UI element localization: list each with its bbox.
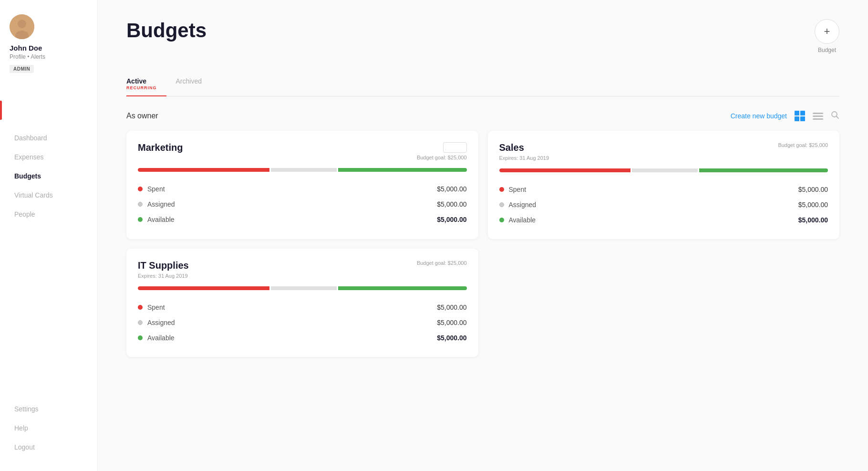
available-value-it-supplies: $5,000.00: [437, 334, 466, 342]
budget-row-spent-sales: Spent $5,000.00: [499, 182, 828, 197]
card-header-sales: Sales Expires: 31 Aug 2019 Budget goal: …: [499, 142, 828, 161]
sidebar-item-settings[interactable]: Settings: [10, 399, 88, 419]
progress-bar-it-supplies: [138, 286, 467, 290]
nav-top: Dashboard Expenses Budgets Virtual Cards…: [10, 128, 88, 224]
budget-row-assigned-marketing: Assigned $5,000.00: [138, 197, 467, 212]
dot-available-it-supplies: [138, 335, 143, 340]
budget-card-it-supplies[interactable]: IT Supplies Expires: 31 Aug 2019 Budget …: [126, 249, 478, 357]
user-name: John Doe: [10, 44, 42, 52]
progress-bar-marketing: [138, 168, 467, 172]
section-header: As owner Create new budget: [126, 111, 839, 121]
user-links[interactable]: Profile • Alerts: [10, 53, 45, 60]
card-goal-it-supplies: Budget goal: $25,000: [417, 260, 467, 266]
create-budget-circle[interactable]: +: [815, 19, 839, 44]
page-header: Budgets + Budget: [126, 19, 839, 53]
sidebar-item-virtual-cards[interactable]: Virtual Cards: [10, 186, 88, 205]
card-title-sales: Sales: [499, 142, 549, 153]
card-title-marketing: Marketing: [138, 142, 183, 153]
plus-icon: +: [824, 25, 830, 38]
card-header-marketing: Marketing Budget goal: $25,000: [138, 142, 467, 160]
budget-row-available-it-supplies: Available $5,000.00: [138, 330, 467, 345]
sidebar-item-people[interactable]: People: [10, 205, 88, 224]
spent-value-marketing: $5,000.00: [437, 185, 466, 193]
svg-point-1: [18, 20, 26, 28]
create-new-budget-link[interactable]: Create new budget: [731, 112, 787, 120]
available-value-marketing: $5,000.00: [437, 216, 466, 223]
spent-value-sales: $5,000.00: [798, 186, 828, 193]
card-goal-marketing: Budget goal: $25,000: [417, 155, 467, 160]
card-title-it-supplies: IT Supplies: [138, 260, 189, 271]
progress-assigned-it-supplies: [271, 286, 337, 290]
grid-view-toggle[interactable]: [795, 111, 805, 121]
tabs: Active RECURRING Archived: [126, 73, 839, 96]
progress-available-marketing: [338, 168, 467, 172]
admin-badge: ADMIN: [10, 65, 34, 73]
tab-active[interactable]: Active RECURRING: [126, 73, 166, 96]
create-budget-circle-label: Budget: [818, 47, 836, 53]
progress-available-it-supplies: [338, 286, 467, 290]
budget-row-assigned-it-supplies: Assigned $5,000.00: [138, 315, 467, 330]
dot-spent-it-supplies: [138, 305, 143, 310]
budget-card-marketing[interactable]: Marketing Budget goal: $25,000 Spent $5,…: [126, 131, 478, 239]
dot-assigned-marketing: [138, 202, 143, 207]
budget-cards-grid: Marketing Budget goal: $25,000 Spent $5,…: [126, 131, 839, 357]
assigned-value-it-supplies: $5,000.00: [437, 319, 466, 326]
progress-spent-marketing: [138, 168, 269, 172]
budget-row-available-marketing: Available $5,000.00: [138, 212, 467, 227]
tab-archived[interactable]: Archived: [176, 73, 211, 96]
assigned-value-sales: $5,000.00: [798, 201, 828, 209]
spent-value-it-supplies: $5,000.00: [437, 304, 466, 311]
sidebar-item-logout[interactable]: Logout: [10, 438, 88, 457]
progress-assigned-sales: [632, 168, 698, 172]
available-value-sales: $5,000.00: [798, 216, 828, 224]
dot-assigned-sales: [499, 202, 504, 207]
page-title: Budgets: [126, 19, 207, 42]
progress-bar-sales: [499, 168, 828, 172]
progress-assigned-marketing: [271, 168, 337, 172]
progress-spent-it-supplies: [138, 286, 269, 290]
dot-spent-marketing: [138, 187, 143, 191]
section-actions: Create new budget: [731, 111, 839, 121]
sidebar-item-dashboard[interactable]: Dashboard: [10, 128, 88, 147]
create-budget-button[interactable]: + Budget: [815, 19, 839, 53]
budget-row-available-sales: Available $5,000.00: [499, 212, 828, 228]
dot-available-sales: [499, 218, 504, 222]
sidebar-item-help[interactable]: Help: [10, 419, 88, 438]
card-header-it-supplies: IT Supplies Expires: 31 Aug 2019 Budget …: [138, 260, 467, 279]
tab-active-sublabel: RECURRING: [126, 85, 157, 90]
dot-available-marketing: [138, 217, 143, 222]
assigned-value-marketing: $5,000.00: [437, 200, 466, 208]
budget-row-assigned-sales: Assigned $5,000.00: [499, 197, 828, 212]
search-icon[interactable]: [831, 111, 839, 121]
card-goal-sales: Budget goal: $25,000: [778, 142, 828, 148]
active-indicator: [0, 101, 2, 120]
list-view-toggle[interactable]: [813, 113, 823, 120]
sidebar-item-expenses[interactable]: Expenses: [10, 147, 88, 167]
progress-available-sales: [699, 168, 828, 172]
section-title: As owner: [126, 112, 158, 120]
card-expires-sales: Expires: 31 Aug 2019: [499, 155, 549, 161]
user-profile: John Doe Profile • Alerts ADMIN: [10, 14, 88, 73]
card-expires-it-supplies: Expires: 31 Aug 2019: [138, 273, 189, 279]
card-tag-marketing: [443, 142, 467, 153]
dot-assigned-it-supplies: [138, 320, 143, 325]
progress-spent-sales: [499, 168, 631, 172]
budget-row-spent-marketing: Spent $5,000.00: [138, 181, 467, 197]
dot-spent-sales: [499, 187, 504, 192]
budget-card-sales[interactable]: Sales Expires: 31 Aug 2019 Budget goal: …: [488, 131, 840, 239]
sidebar-item-budgets[interactable]: Budgets: [10, 167, 88, 186]
sidebar-bottom: Settings Help Logout: [10, 399, 88, 457]
avatar[interactable]: [10, 14, 34, 39]
sidebar: John Doe Profile • Alerts ADMIN Dashboar…: [0, 0, 98, 471]
svg-line-4: [837, 116, 839, 119]
main-content: Budgets + Budget Active RECURRING Archiv…: [98, 0, 868, 471]
budget-row-spent-it-supplies: Spent $5,000.00: [138, 300, 467, 315]
